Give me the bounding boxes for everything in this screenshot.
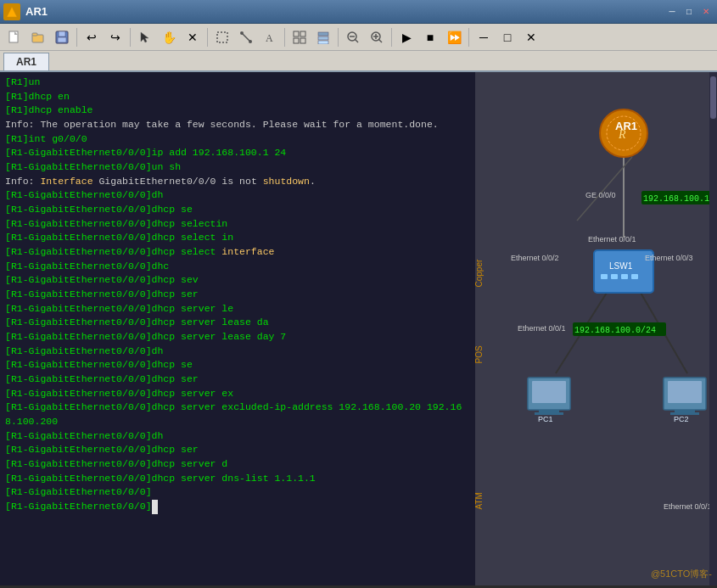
title-bar: AR1 ─ □ ✕	[0, 0, 717, 24]
console-line: [R1-GigabitEthernet0/0/0]dhcp ser	[5, 288, 470, 302]
svg-text:Ethernet 0/0/1: Ethernet 0/0/1	[518, 324, 566, 333]
console-line: [R1-GigabitEthernet0/0/0]dhcp se	[5, 203, 470, 217]
rect-tool[interactable]	[211, 26, 233, 48]
svg-text:Ethernet 0/0/1: Ethernet 0/0/1	[664, 502, 712, 511]
svg-rect-41	[532, 381, 566, 403]
svg-rect-15	[300, 38, 305, 43]
diagram-area: Copper POS ATM AR1 R LSW1	[475, 72, 717, 585]
console-line: [R1-GigabitEthernet0/0/0]dhcp sev	[5, 273, 470, 288]
svg-text:GE 0/0/0: GE 0/0/0	[585, 191, 616, 199]
connect-tool[interactable]	[235, 26, 257, 48]
svg-line-20	[355, 39, 358, 42]
svg-marker-0	[7, 7, 17, 17]
tab-bar: AR1	[0, 51, 717, 72]
svg-text:R: R	[618, 128, 626, 141]
open-button[interactable]	[27, 26, 49, 48]
console-area[interactable]: [R1]un [R1]dhcp en [R1]dhcp enable Info:…	[0, 72, 475, 585]
console-line: [R1]int g0/0/0	[5, 132, 470, 147]
svg-rect-38	[621, 274, 628, 279]
console-line: Info: Interface GigabitEthernet0/0/0 is …	[5, 175, 470, 189]
console-line: [R1-GigabitEthernet0/0/0]dhcp ser	[5, 372, 470, 387]
svg-rect-6	[58, 37, 66, 42]
delete-tool[interactable]: ✕	[182, 26, 204, 48]
watermark: @51CTO博客-	[651, 568, 712, 580]
svg-text:Ethernet 0/0/3: Ethernet 0/0/3	[645, 254, 693, 262]
console-line: [R1]dhcp en	[5, 90, 470, 104]
console-line: Info: The operation may take a few secon…	[5, 118, 470, 132]
text-tool[interactable]: A	[259, 26, 281, 48]
svg-text:192.168.100.0/24: 192.168.100.0/24	[574, 326, 656, 335]
stop-button[interactable]: ■	[419, 26, 441, 48]
console-line: [R1]un	[5, 76, 470, 90]
svg-line-23	[378, 39, 382, 42]
svg-rect-7	[217, 32, 227, 42]
maximize-button[interactable]: □	[681, 4, 697, 20]
svg-rect-12	[294, 31, 299, 36]
tab-ar1[interactable]: AR1	[3, 53, 49, 70]
console-line: [R1-GigabitEthernet0/0/0]dhcp server exc…	[5, 400, 470, 428]
window-controls[interactable]: ─ □ ✕	[664, 4, 714, 20]
save-button[interactable]	[51, 26, 73, 48]
console-line: [R1-GigabitEthernet0/0/0]dh	[5, 429, 470, 444]
svg-text:PC1: PC1	[538, 415, 553, 423]
step-button[interactable]: ⏩	[443, 26, 465, 48]
console-line: [R1]dhcp enable	[5, 104, 470, 118]
zoom-out-tool[interactable]	[342, 26, 364, 48]
svg-rect-13	[300, 31, 305, 36]
svg-text:Ethernet 0/0/2: Ethernet 0/0/2	[511, 254, 559, 262]
console-line: [R1-GigabitEthernet0/0/0]dhc	[5, 260, 470, 274]
snap-tool[interactable]	[288, 26, 311, 48]
new-button[interactable]	[3, 26, 25, 48]
app-icon	[3, 3, 20, 20]
svg-rect-37	[611, 274, 618, 279]
console-line: [R1-GigabitEthernet0/0/0]dhcp server d	[5, 457, 470, 472]
svg-rect-1	[9, 31, 18, 42]
close-button[interactable]: ✕	[698, 4, 714, 20]
svg-rect-17	[318, 36, 328, 40]
hand-tool[interactable]: ✋	[158, 26, 180, 48]
svg-text:A: A	[266, 32, 273, 43]
window-title: AR1	[25, 5, 664, 18]
console-line: [R1-GigabitEthernet0/0/0]dhcp ser	[5, 443, 470, 457]
console-line: [R1-GigabitEthernet0/0/0]ip add 192.168.…	[5, 146, 470, 160]
console-line: [R1-GigabitEthernet0/0/0]dhcp server dns…	[5, 472, 470, 486]
svg-rect-16	[318, 32, 328, 36]
console-line: [R1-GigabitEthernet0/0/0]dhcp select in	[5, 231, 470, 245]
close-pane[interactable]: ✕	[520, 26, 542, 48]
svg-rect-18	[318, 41, 328, 44]
maximize-pane[interactable]: □	[496, 26, 518, 48]
undo-button[interactable]: ↩	[81, 26, 103, 48]
svg-text:PC2: PC2	[674, 415, 689, 423]
toolbar: ↩ ↪ ✋ ✕ A ▶ ■ ⏩ ─ □ ✕	[0, 24, 717, 51]
main-content: [R1]un [R1]dhcp en [R1]dhcp enable Info:…	[0, 72, 717, 585]
console-cursor-line: [R1-GigabitEthernet0/0/0]	[5, 500, 470, 514]
console-line: [R1-GigabitEthernet0/0/0]dhcp server ex	[5, 387, 470, 401]
console-line: [R1-GigabitEthernet0/0/0]dh	[5, 188, 470, 203]
svg-rect-3	[32, 33, 37, 36]
zoom-in-tool[interactable]	[366, 26, 388, 48]
svg-text:192.168.100.1: 192.168.100.1	[643, 194, 709, 204]
console-line: [R1-GigabitEthernet0/0/0]dhcp select int…	[5, 245, 470, 260]
svg-rect-39	[631, 274, 638, 279]
console-line: [R1-GigabitEthernet0/0/0]dh	[5, 344, 470, 359]
svg-line-10	[242, 33, 250, 42]
console-line: [R1-GigabitEthernet0/0/0]dhcp server lea…	[5, 330, 470, 344]
svg-text:Ethernet 0/0/1: Ethernet 0/0/1	[588, 235, 636, 244]
svg-rect-61	[710, 76, 716, 119]
layer-tool[interactable]	[312, 26, 334, 48]
network-diagram-svg: AR1 R LSW1 PC1 PC2	[475, 72, 717, 585]
console-line: [R1-GigabitEthernet0/0/0]un sh	[5, 160, 470, 175]
play-button[interactable]: ▶	[395, 26, 417, 48]
minimize-pane[interactable]: ─	[473, 26, 495, 48]
redo-button[interactable]: ↪	[104, 26, 126, 48]
select-tool[interactable]	[134, 26, 156, 48]
svg-rect-36	[601, 274, 608, 279]
console-line: [R1-GigabitEthernet0/0/0]dhcp server lea…	[5, 316, 470, 330]
svg-text:LSW1: LSW1	[609, 261, 633, 271]
console-line: [R1-GigabitEthernet0/0/0]	[5, 485, 470, 500]
console-line: [R1-GigabitEthernet0/0/0]dhcp se	[5, 358, 470, 372]
svg-rect-46	[668, 381, 702, 403]
console-line: [R1-GigabitEthernet0/0/0]dhcp selectin	[5, 217, 470, 232]
svg-rect-60	[709, 72, 717, 585]
minimize-button[interactable]: ─	[664, 4, 680, 20]
